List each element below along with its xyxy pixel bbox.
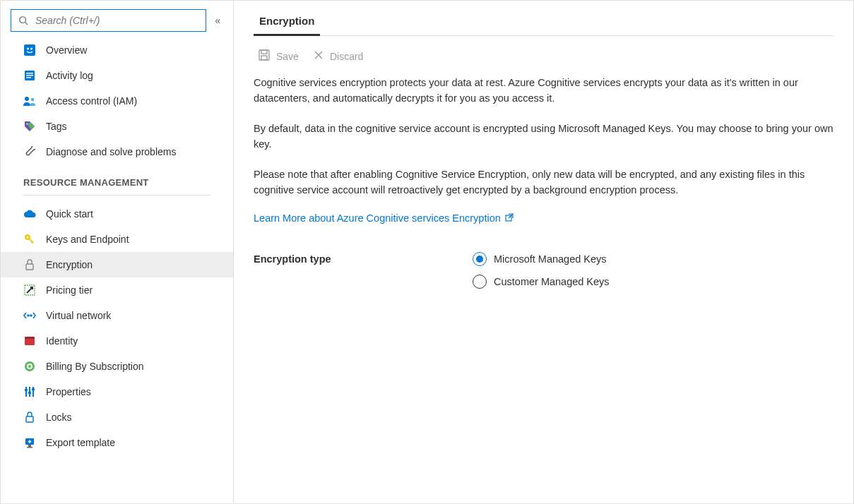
svg-rect-29 xyxy=(28,392,31,394)
radio-label: Customer Managed Keys xyxy=(494,276,610,287)
radio-customer-managed-keys[interactable]: Customer Managed Keys xyxy=(473,275,610,289)
save-button[interactable]: Save xyxy=(258,49,299,64)
sidebar-item-access-control[interactable]: Access control (IAM) xyxy=(1,88,233,114)
save-icon xyxy=(258,49,271,64)
svg-rect-2 xyxy=(24,44,35,56)
sidebar-item-encryption[interactable]: Encryption xyxy=(1,252,233,277)
identity-icon xyxy=(23,335,36,347)
content-body: Cognitive services encryption protects y… xyxy=(254,75,834,289)
radio-microsoft-managed-keys[interactable]: Microsoft Managed Keys xyxy=(473,252,610,266)
sidebar-item-tags[interactable]: Tags xyxy=(1,114,233,139)
svg-rect-25 xyxy=(25,387,27,397)
learn-more-link[interactable]: Learn More about Azure Cognitive service… xyxy=(254,212,514,224)
svg-point-19 xyxy=(30,315,32,316)
sidebar-item-identity[interactable]: Identity xyxy=(1,328,233,354)
sidebar-item-locks[interactable]: Locks xyxy=(1,404,233,430)
main-content: Encryption Save Discard Cognitive servic… xyxy=(234,1,853,503)
svg-rect-30 xyxy=(32,388,35,390)
network-icon xyxy=(23,309,36,322)
svg-rect-21 xyxy=(25,337,35,339)
svg-point-13 xyxy=(27,236,29,239)
search-input[interactable] xyxy=(35,15,200,26)
svg-rect-35 xyxy=(259,50,269,60)
toolbar: Save Discard xyxy=(254,36,834,75)
external-link-icon xyxy=(505,212,514,224)
sidebar-item-label: Properties xyxy=(46,386,91,397)
sidebar-item-billing[interactable]: Billing By Subscription xyxy=(1,354,233,379)
sidebar-item-properties[interactable]: Properties xyxy=(1,379,233,404)
svg-rect-7 xyxy=(26,75,33,76)
search-box[interactable] xyxy=(11,9,206,32)
sidebar-item-activity-log[interactable]: Activity log xyxy=(1,63,233,88)
svg-line-41 xyxy=(509,214,513,218)
sidebar-item-quick-start[interactable]: Quick start xyxy=(1,201,233,227)
lock-outline-icon xyxy=(23,411,36,424)
tag-icon xyxy=(23,120,36,133)
cloud-icon xyxy=(23,208,36,220)
svg-rect-31 xyxy=(26,416,33,422)
activity-log-icon xyxy=(23,69,36,82)
sidebar-item-label: Identity xyxy=(46,335,78,347)
discard-button[interactable]: Discard xyxy=(313,49,363,64)
svg-rect-6 xyxy=(26,73,33,74)
encryption-type-label: Encryption type xyxy=(254,252,473,289)
radio-circle-icon xyxy=(473,275,487,289)
description-paragraph-1: Cognitive services encryption protects y… xyxy=(254,75,834,107)
svg-point-0 xyxy=(20,17,26,23)
pricing-icon xyxy=(23,284,36,296)
learn-more-text: Learn More about Azure Cognitive service… xyxy=(254,212,501,224)
svg-point-4 xyxy=(30,48,32,50)
sidebar-item-export-template[interactable]: Export template xyxy=(1,430,233,455)
svg-point-3 xyxy=(27,48,29,50)
radio-circle-icon xyxy=(473,252,487,266)
svg-rect-8 xyxy=(26,77,31,78)
sidebar-item-keys-endpoint[interactable]: Keys and Endpoint xyxy=(1,227,233,252)
svg-line-1 xyxy=(25,23,28,25)
properties-icon xyxy=(23,385,36,398)
sidebar-item-label: Virtual network xyxy=(46,310,111,321)
sidebar-item-label: Access control (IAM) xyxy=(46,95,137,107)
sidebar-item-overview[interactable]: Overview xyxy=(1,37,233,63)
description-paragraph-3: Please note that after enabling Cognitiv… xyxy=(254,167,834,198)
description-paragraph-2: By default, data in the cognitive servic… xyxy=(254,121,834,152)
tab-encryption[interactable]: Encryption xyxy=(254,8,320,35)
sidebar-item-label: Tags xyxy=(46,121,67,132)
svg-rect-16 xyxy=(26,264,33,270)
sidebar-item-label: Diagnose and solve problems xyxy=(46,146,176,157)
sidebar-item-label: Activity log xyxy=(46,70,93,81)
save-label: Save xyxy=(276,51,299,62)
sidebar-item-label: Overview xyxy=(46,44,87,56)
sidebar-item-label: Quick start xyxy=(46,208,93,220)
key-icon xyxy=(23,233,36,246)
search-row: « xyxy=(1,1,233,37)
sidebar-item-label: Export template xyxy=(46,437,115,448)
discard-icon xyxy=(313,49,324,63)
sidebar-item-virtual-network[interactable]: Virtual network xyxy=(1,303,233,328)
svg-rect-34 xyxy=(27,447,32,448)
sidebar-item-label: Pricing tier xyxy=(46,284,93,296)
svg-rect-20 xyxy=(25,338,35,345)
svg-rect-33 xyxy=(28,445,31,447)
sidebar-item-diagnose[interactable]: Diagnose and solve problems xyxy=(1,139,233,164)
sidebar-item-label: Locks xyxy=(46,412,72,423)
svg-rect-37 xyxy=(261,56,267,60)
wrench-icon xyxy=(23,145,36,158)
sidebar-item-label: Billing By Subscription xyxy=(46,361,144,372)
overview-icon xyxy=(23,44,36,56)
sidebar-item-label: Keys and Endpoint xyxy=(46,234,129,245)
svg-rect-36 xyxy=(261,50,267,54)
people-icon xyxy=(23,95,36,107)
collapse-sidebar-icon[interactable]: « xyxy=(212,12,223,29)
section-header-resource-management: RESOURCE MANAGEMENT xyxy=(1,164,233,192)
svg-point-24 xyxy=(28,365,31,368)
svg-rect-28 xyxy=(25,389,28,391)
encryption-type-radio-group: Microsoft Managed Keys Customer Managed … xyxy=(473,252,610,289)
sidebar-item-pricing-tier[interactable]: Pricing tier xyxy=(1,277,233,303)
sidebar: « Overview Activity log Access control (… xyxy=(1,1,234,503)
svg-point-10 xyxy=(31,98,34,101)
lock-icon xyxy=(23,258,36,271)
section-divider xyxy=(23,195,210,196)
radio-label: Microsoft Managed Keys xyxy=(494,253,607,265)
sidebar-nav[interactable]: Overview Activity log Access control (IA… xyxy=(1,37,233,503)
svg-point-18 xyxy=(28,315,29,316)
